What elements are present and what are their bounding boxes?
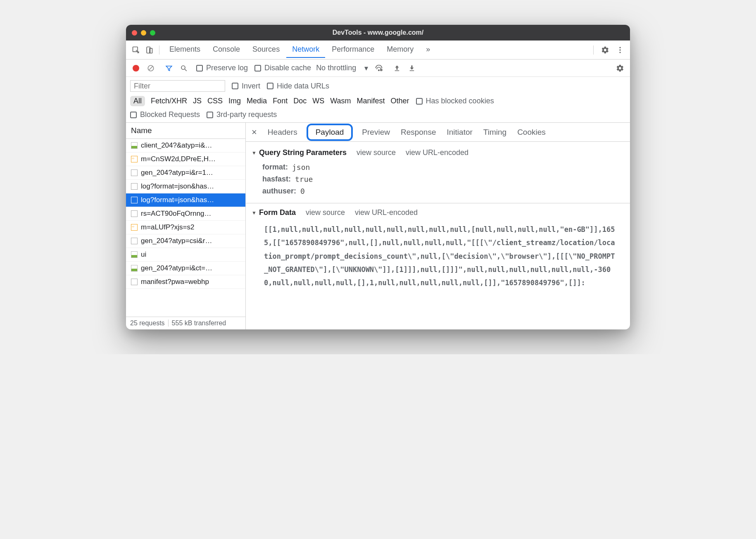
detail-tab-cookies[interactable]: Cookies (516, 125, 547, 139)
request-name: ui (141, 250, 146, 259)
request-row[interactable]: rs=ACT90oFqOrnng… (126, 207, 245, 221)
script-resource-icon (131, 224, 138, 231)
blocked-cookies-checkbox[interactable]: Has blocked cookies (416, 97, 494, 105)
param-value: 0 (300, 187, 305, 196)
request-row[interactable]: log?format=json&has… (126, 193, 245, 207)
network-conditions-icon[interactable] (373, 62, 385, 74)
upload-har-icon[interactable] (391, 62, 403, 74)
request-name: m=aLUfP?xjs=s2 (141, 223, 194, 231)
inspect-element-icon[interactable] (130, 44, 142, 56)
kebab-menu-icon[interactable] (614, 44, 626, 56)
doc-resource-icon (131, 169, 138, 176)
script-resource-icon (131, 156, 138, 162)
filter-input[interactable] (130, 80, 225, 92)
query-section-toggle[interactable]: ▼Query String Parameters (252, 148, 347, 157)
maximize-window-button[interactable] (150, 30, 155, 36)
search-icon[interactable] (178, 62, 190, 74)
form-view-source-link[interactable]: view source (306, 208, 345, 217)
filter-type-font[interactable]: Font (273, 97, 288, 105)
filter-type-manifest[interactable]: Manifest (357, 97, 385, 105)
tab-memory[interactable]: Memory (381, 42, 419, 58)
blocked-requests-checkbox[interactable]: Blocked Requests (130, 110, 200, 119)
filter-type-js[interactable]: JS (193, 97, 202, 105)
detail-tab-initiator[interactable]: Initiator (445, 125, 474, 139)
request-row[interactable]: gen_204?atyp=i&ct=… (126, 262, 245, 275)
more-tabs-button[interactable]: » (420, 42, 436, 58)
form-data-raw: [[1,null,null,null,null,null,null,null,n… (252, 221, 624, 291)
detail-panel: × Headers Payload Preview Response Initi… (246, 123, 630, 329)
query-section-title: Query String Parameters (259, 148, 347, 157)
request-name: client_204?&atyp=i&… (141, 141, 212, 150)
svg-point-10 (378, 69, 380, 71)
third-party-label: 3rd-party requests (216, 110, 277, 119)
request-row[interactable]: log?format=json&has… (126, 180, 245, 193)
request-row[interactable]: gen_204?atyp=csi&r… (126, 234, 245, 248)
request-row[interactable]: client_204?&atyp=i&… (126, 139, 245, 153)
invert-checkbox[interactable]: Invert (232, 82, 260, 91)
filter-type-doc[interactable]: Doc (293, 97, 307, 105)
tab-performance[interactable]: Performance (326, 42, 380, 58)
devtools-window: DevTools - www.google.com/ Elements Cons… (126, 25, 630, 329)
filter-type-css[interactable]: CSS (207, 97, 223, 105)
preserve-log-checkbox[interactable]: Preserve log (196, 64, 248, 72)
close-window-button[interactable] (132, 30, 137, 36)
view-source-link[interactable]: view source (357, 148, 396, 157)
query-string-section: ▼Query String Parameters view source vie… (246, 147, 630, 203)
record-button[interactable] (130, 62, 142, 74)
invert-label: Invert (242, 82, 260, 91)
window-title: DevTools - www.google.com/ (126, 29, 630, 36)
disable-cache-checkbox[interactable]: Disable cache (254, 64, 311, 72)
request-row[interactable]: m=aLUfP?xjs=s2 (126, 221, 245, 234)
minimize-window-button[interactable] (141, 30, 146, 36)
third-party-checkbox[interactable]: 3rd-party requests (207, 110, 277, 119)
close-detail-button[interactable]: × (250, 127, 259, 138)
param-row: format:json (252, 161, 624, 173)
tab-elements[interactable]: Elements (164, 42, 206, 58)
hide-data-urls-checkbox[interactable]: Hide data URLs (267, 82, 329, 91)
request-row[interactable]: ui (126, 248, 245, 262)
detail-body: ▼Query String Parameters view source vie… (246, 142, 630, 329)
request-row[interactable]: m=CnSW2d,DPreE,H… (126, 153, 245, 166)
tab-sources[interactable]: Sources (247, 42, 285, 58)
settings-icon[interactable] (599, 44, 611, 56)
filter-type-wasm[interactable]: Wasm (330, 97, 351, 105)
form-section-title: Form Data (259, 208, 296, 217)
triangle-down-icon: ▼ (252, 210, 257, 216)
throttling-value: No throttling (316, 64, 356, 72)
detail-tab-response[interactable]: Response (399, 125, 438, 139)
filter-type-img[interactable]: Img (228, 97, 241, 105)
request-list-header[interactable]: Name (126, 123, 245, 139)
filter-type-other[interactable]: Other (391, 97, 409, 105)
detail-tabs: × Headers Payload Preview Response Initi… (246, 123, 630, 142)
request-row[interactable]: manifest?pwa=webhp (126, 275, 245, 289)
device-toolbar-icon[interactable] (143, 44, 155, 56)
svg-point-5 (619, 52, 620, 53)
detail-tab-preview[interactable]: Preview (360, 125, 392, 139)
detail-tab-payload[interactable]: Payload (307, 124, 353, 141)
filter-type-fetch[interactable]: Fetch/XHR (151, 97, 187, 105)
request-row[interactable]: gen_204?atyp=i&r=1… (126, 166, 245, 180)
filter-type-all[interactable]: All (130, 96, 145, 106)
blocked-cookies-label: Has blocked cookies (426, 97, 494, 105)
download-har-icon[interactable] (406, 62, 418, 74)
request-count: 25 requests (130, 320, 165, 327)
param-value: true (295, 175, 313, 184)
tab-console[interactable]: Console (207, 42, 246, 58)
form-section-toggle[interactable]: ▼Form Data (252, 208, 296, 217)
tab-network[interactable]: Network (286, 42, 325, 58)
svg-rect-13 (410, 70, 414, 71)
throttling-select[interactable]: No throttling ▾ (314, 63, 370, 74)
filter-type-media[interactable]: Media (247, 97, 267, 105)
img-resource-icon (131, 142, 138, 149)
form-view-encoded-link[interactable]: view URL-encoded (355, 208, 418, 217)
request-name: rs=ACT90oFqOrnng… (141, 210, 212, 218)
network-settings-icon[interactable] (614, 62, 626, 74)
detail-tab-headers[interactable]: Headers (266, 125, 299, 139)
filter-type-ws[interactable]: WS (312, 97, 324, 105)
clear-button[interactable] (145, 62, 157, 74)
detail-tab-timing[interactable]: Timing (482, 125, 508, 139)
disable-cache-label: Disable cache (264, 64, 311, 72)
view-encoded-link[interactable]: view URL-encoded (406, 148, 468, 157)
traffic-lights (132, 30, 155, 36)
filter-icon[interactable] (163, 62, 175, 74)
